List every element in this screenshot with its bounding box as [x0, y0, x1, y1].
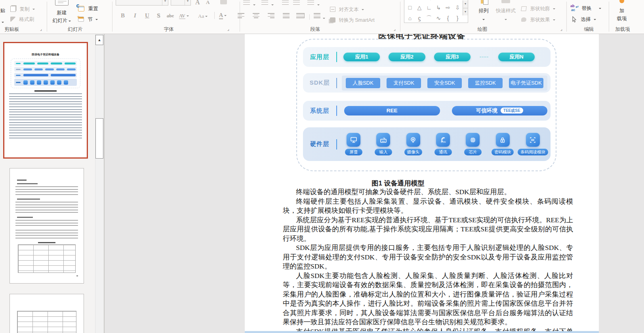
app-item[interactable]: 应用1: [343, 53, 380, 61]
hardware-item[interactable]: 条码阅读模块: [518, 133, 548, 155]
convert-smartart-button[interactable]: 转换为 SmartArt: [330, 16, 375, 24]
paragraph[interactable]: 终端设备的通用模型可抽象为设备硬件层、系统层、SDK层和应用层。: [283, 187, 573, 197]
bold-button[interactable]: B: [121, 12, 125, 19]
font-size-dropdown-arrow[interactable]: ▾: [185, 0, 191, 5]
shrink-font-button[interactable]: A: [206, 0, 210, 6]
strikethrough-button[interactable]: abc: [167, 13, 174, 19]
paragraph-dialog-launcher[interactable]: ⌟: [394, 27, 398, 31]
thumbnail-scrollbar-up-button[interactable]: ▲: [95, 35, 103, 45]
freeform-shape-icon[interactable]: ⌂: [405, 13, 415, 23]
drawing-dialog-launcher[interactable]: ⌟: [560, 27, 565, 31]
figure-caption[interactable]: 图1 设备通用模型: [245, 179, 575, 188]
align-right-icon[interactable]: [268, 13, 274, 18]
slide-page[interactable]: 医保电子凭证终端设备 应用层 应用1 应用2 应用3 ····· 应用N SDK…: [245, 34, 599, 333]
slide-thumbnail-1[interactable]: 医保电子凭证终端设备: [3, 42, 88, 159]
font-name-dropdown-arrow[interactable]: ▾: [162, 0, 168, 5]
grow-font-button[interactable]: A: [195, 0, 200, 6]
hardware-item[interactable]: 屏显: [339, 133, 368, 155]
shape-outline-button[interactable]: 形状轮廓: [521, 5, 555, 12]
system-layer-row[interactable]: 系统层 REE 可信环境TEE或SE: [303, 101, 551, 121]
character-spacing-button[interactable]: AV: [179, 12, 189, 19]
font-color-button[interactable]: A: [219, 11, 227, 19]
numbered-list-icon[interactable]: [261, 0, 268, 5]
triangle-shape-icon[interactable]: △: [415, 3, 424, 13]
sdk-item[interactable]: 支付SDK: [387, 78, 421, 88]
thumbnail-scrollbar-track[interactable]: [95, 34, 104, 333]
hardware-item[interactable]: 芯片: [458, 133, 488, 155]
text-shadow-button[interactable]: S: [157, 12, 160, 19]
clipboard-dialog-launcher[interactable]: ⌟: [40, 27, 44, 31]
font-dialog-launcher[interactable]: ⌟: [227, 27, 232, 31]
shapes-more-button[interactable]: ▾: [463, 8, 468, 15]
select-button[interactable]: 选择: [572, 15, 596, 23]
format-painter-button[interactable]: 格式刷: [10, 15, 34, 23]
app-item[interactable]: 应用N: [498, 53, 535, 61]
shapes-gallery[interactable]: ▭⬭╲↘▱○ □△∟↳⇨⇩ ⌂ϛ⌒∿{} ▾ ▾: [404, 0, 468, 23]
copy-button[interactable]: 复制: [10, 5, 35, 13]
slide-editing-area[interactable]: 医保电子凭证终端设备 应用层 应用1 应用2 应用3 ····· 应用N SDK…: [105, 34, 644, 333]
change-case-button[interactable]: Aa: [198, 12, 208, 19]
paragraph[interactable]: SDK层为应用层提供专用的接口服务，主要包括专用于人脸识别逻辑处理的人脸SDK、…: [283, 243, 573, 271]
ree-pill[interactable]: REE: [344, 106, 440, 115]
sdk-item[interactable]: 人脸SDK: [346, 78, 380, 88]
decrease-indent-icon[interactable]: [282, 0, 289, 5]
rectangle-shape-icon[interactable]: □: [405, 3, 415, 13]
hardware-item[interactable]: 输入: [368, 133, 398, 155]
arc-shape-icon[interactable]: ⌒: [424, 13, 434, 23]
sdk-layer-row[interactable]: SDK层 人脸SDK 支付SDK 安全SDK 监控SDK 电子凭证SDK: [303, 73, 551, 93]
paste-dropdown-caret[interactable]: [2, 22, 4, 24]
scribble-shape-icon[interactable]: ϛ: [415, 13, 424, 23]
sdk-item[interactable]: 电子凭证SDK: [509, 78, 543, 88]
addins-button[interactable]: 加 载项: [612, 0, 632, 22]
application-layer-row[interactable]: 应用层 应用1 应用2 应用3 ····· 应用N: [303, 47, 551, 67]
paragraph[interactable]: 终端硬件层主要包括人脸采集装置、显示设备、通讯模块、硬件安全模块、条码阅读模块，…: [283, 197, 573, 216]
slide-thumbnail-2[interactable]: [10, 168, 84, 284]
italic-button[interactable]: I: [134, 12, 136, 19]
sdk-item[interactable]: 安全SDK: [427, 78, 462, 88]
increase-indent-icon[interactable]: [293, 0, 300, 5]
underline-button[interactable]: U: [145, 12, 149, 19]
section-button[interactable]: ✳ 节: [78, 15, 98, 23]
new-slide-button[interactable]: 新建 幻灯片: [50, 0, 74, 24]
align-text-button[interactable]: 对齐文本: [330, 6, 364, 13]
arrange-button[interactable]: 排列: [474, 0, 493, 23]
hardware-item[interactable]: 摄像头: [398, 133, 428, 155]
paragraph[interactable]: 人脸SDK主要功能包含人脸检测、人脸采集、人脸质量判断、人脸活体检测、人脸比对等…: [283, 271, 573, 327]
system-layer-label: 系统层: [303, 107, 336, 115]
down-arrow-shape-icon[interactable]: ⇩: [453, 3, 462, 13]
replace-button[interactable]: ab ac ↵ 替换: [570, 4, 601, 12]
shape-effects-button[interactable]: 形状效果: [521, 16, 555, 23]
font-name-combobox[interactable]: ▾: [116, 0, 168, 6]
distribute-icon[interactable]: [296, 13, 305, 18]
justify-icon[interactable]: [283, 13, 290, 18]
clear-formatting-icon[interactable]: [220, 0, 227, 4]
align-center-icon[interactable]: [253, 13, 259, 18]
slide-thumbnail-3[interactable]: [10, 294, 84, 333]
hardware-item[interactable]: VPDN 通讯: [428, 133, 458, 155]
bullet-list-icon[interactable]: [243, 0, 250, 5]
elbow-arrow-icon[interactable]: ↳: [434, 3, 443, 13]
quick-styles-button[interactable]: 快速样式: [493, 0, 518, 23]
hardware-item[interactable]: 密码模块: [488, 133, 518, 155]
reset-button[interactable]: 重置: [78, 5, 98, 12]
slide-body-text[interactable]: 终端设备的通用模型可抽象为设备硬件层、系统层、SDK层和应用层。 终端硬件层主要…: [283, 187, 573, 333]
left-brace-shape-icon[interactable]: {: [443, 13, 453, 23]
hardware-layer-row[interactable]: 硬件层 屏显 输入: [303, 127, 551, 161]
align-left-icon[interactable]: [238, 13, 244, 18]
shapes-scroll-up-button[interactable]: ▾: [463, 0, 468, 8]
app-item[interactable]: 应用2: [389, 53, 425, 61]
sdk-item[interactable]: 监控SDK: [468, 78, 503, 88]
device-model-diagram[interactable]: 应用层 应用1 应用2 应用3 ····· 应用N SDK层 人脸SDK 支付S: [296, 39, 556, 171]
line-spacing-icon[interactable]: [307, 0, 314, 5]
right-arrow-shape-icon[interactable]: ⇨: [443, 3, 453, 13]
paragraph[interactable]: 系统层应分为基于REE实现的普通执行环境、基于TEE或SE实现的可信执行环境。R…: [283, 216, 573, 244]
font-size-combobox[interactable]: ▾: [171, 0, 191, 6]
paste-button[interactable]: 贴: [0, 7, 6, 25]
right-brace-shape-icon[interactable]: }: [453, 13, 462, 23]
elbow-connector-icon[interactable]: ∟: [424, 3, 434, 13]
curve-shape-icon[interactable]: ∿: [434, 13, 443, 23]
app-item[interactable]: 应用3: [434, 53, 471, 61]
trusted-env-pill[interactable]: 可信环境TEE或SE: [452, 106, 548, 115]
columns-icon[interactable]: [314, 13, 320, 18]
thumbnail-scrollbar-thumb[interactable]: [95, 118, 103, 159]
